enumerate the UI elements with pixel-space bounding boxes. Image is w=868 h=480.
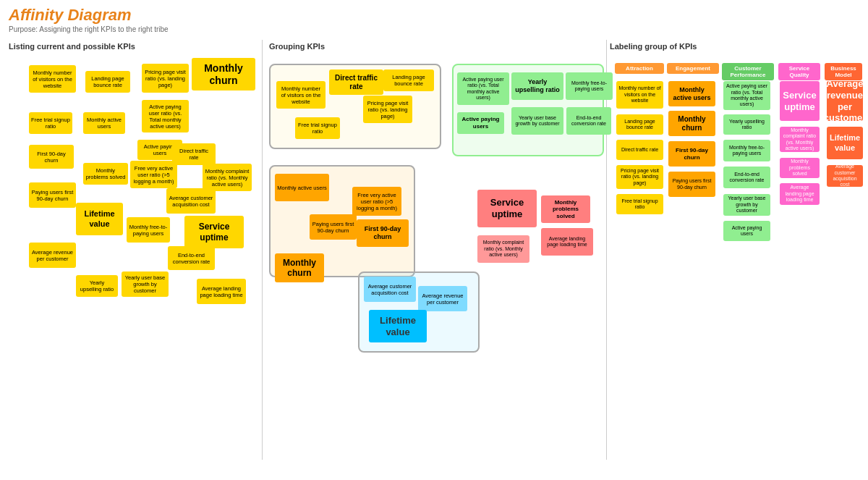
lab-monthly-visitors: Monthly number of visitors on the websit… — [616, 81, 663, 109]
kpi-monthly-problems-listing: Monthly problems solved — [83, 163, 128, 185]
kpi-first-90-listing: First 90-day churn — [29, 145, 74, 169]
lab-active-paying-cp: Active paying users — [723, 221, 770, 241]
r-monthly-problems: Monthly problems solved — [541, 195, 590, 223]
col-customer-perf: Customer Performance — [722, 63, 774, 80]
kpi-yearly-upselling-listing: Yearly upselling ratio — [76, 275, 118, 297]
kpi-monthly-visitors: Monthly number of visitors on the websit… — [29, 65, 76, 93]
r-service-uptime: Service uptime — [477, 190, 537, 227]
g-free-very-active: Free very active user ratio (>5 logging … — [352, 187, 401, 216]
g-paying-first90: Paying users first 90-day churn — [310, 214, 357, 240]
lab-first-90-eng: First 90-day churn — [668, 141, 715, 167]
r-active-paying-users: Active paying users — [457, 112, 504, 134]
lab-landing-time-sq: Average landing page loading time — [780, 183, 820, 205]
kpi-e2e-conversion-listing: End-to-end conversion rate — [168, 246, 215, 270]
kpi-free-to-paying-listing: Monthly free-to-paying users — [127, 217, 170, 243]
lab-yearly-upselling-cp: Yearly upselling ratio — [723, 114, 770, 135]
lab-monthly-free-cp: Monthly free-to-paying users — [723, 140, 770, 161]
g-landing-bounce: Landing page bounce rate — [383, 70, 434, 91]
page-title: Affinity Diagram — [9, 6, 132, 25]
lab-monthly-churn-eng: Monthly churn — [668, 111, 715, 136]
kpi-avg-cac-listing: Average customer acquisition cost — [166, 188, 216, 214]
lab-pricing-visit: Pricing page visit ratio (vs. landing pa… — [616, 165, 663, 189]
g-pricing-visit: Pricing page visit ratio (vs. landing pa… — [363, 96, 412, 123]
g-avg-revenue: Average revenue per customer — [418, 286, 467, 311]
kpi-monthly-churn-listing: Monthly churn — [192, 58, 255, 90]
g-monthly-churn: Monthly churn — [275, 253, 324, 282]
lab-direct-traffic: Direct traffic rate — [616, 140, 663, 160]
kpi-paying-first90-listing: Paying users first 90-day churn — [29, 182, 76, 208]
lab-landing-bounce: Landing page bounce rate — [616, 114, 663, 135]
lab-problems-sq: Monthly problems solved — [780, 158, 820, 178]
r-monthly-free-paying: Monthly free-to-paying users — [566, 72, 613, 100]
section-grouping-title: Grouping KPIs — [269, 42, 325, 51]
kpi-yearly-user-growth-listing: Yearly user base growth by customer — [122, 271, 169, 297]
kpi-landing-time-listing: Average landing page loading time — [197, 279, 246, 304]
g-direct-traffic: Direct traffic rate — [329, 70, 383, 95]
lab-e2e-conversion-cp: End-to-end conversion rate — [723, 167, 770, 188]
kpi-free-very-active-listing: Free very active user ratio (>5 logging … — [130, 161, 177, 188]
col-service-quality: Service Quality — [778, 63, 820, 80]
kpi-service-uptime-listing: Service uptime — [184, 216, 244, 248]
kpi-avg-revenue-listing: Average revenue per customer — [29, 243, 76, 268]
col-attraction: Attraction — [615, 63, 664, 74]
r-avg-landing-time: Average landing page loading time — [541, 228, 593, 256]
g-first-90-churn: First 90-day churn — [357, 219, 409, 247]
kpi-landing-bounce: Landing page bounce rate — [85, 71, 130, 93]
lab-paying-first90-eng: Paying users first 90-day churn — [668, 172, 715, 197]
r-active-paying-ratio: Active paying user ratio (vs. Total mont… — [457, 72, 509, 105]
kpi-lifetime-listing: Lifetime value — [76, 203, 123, 235]
col-engagement: Engagement — [667, 63, 719, 74]
g-free-trial: Free trial signup ratio — [295, 117, 340, 139]
lab-active-paying-ratio-cp: Active paying user ratio (vs. Total mont… — [723, 81, 770, 110]
kpi-free-trial: Free trial signup ratio — [29, 112, 72, 134]
g-monthly-active: Monthly active users — [275, 174, 329, 201]
lab-lifetime-bm: Lifetime value — [827, 127, 863, 159]
lab-monthly-active: Monthly active users — [668, 81, 715, 106]
g-avg-cac: Average customer acquisition cost — [364, 277, 416, 302]
lab-free-trial: Free trial signup ratio — [616, 194, 663, 214]
kpi-monthly-active-listing: Monthly active users — [83, 112, 125, 134]
section-listing-title: Listing current and possible KPIs — [9, 42, 135, 51]
divider-1 — [262, 40, 263, 460]
g-monthly-visitors: Monthly number of visitors on the websit… — [276, 81, 326, 109]
lab-avg-revenue-bm: Average revenue per customer — [827, 81, 863, 121]
kpi-pricing-visit: Pricing page visit ratio (vs. landing pa… — [142, 64, 189, 93]
r-complaint-ratio: Monthly complaint ratio (vs. Monthly act… — [477, 235, 529, 263]
kpi-active-paying-ratio: Active paying user ratio (vs. Total mont… — [142, 100, 189, 132]
kpi-complaint-ratio-listing: Monthly complaint ratio (vs. Monthly act… — [203, 164, 252, 191]
page-subtitle: Purpose: Assigning the right KPIs to the… — [9, 25, 169, 33]
lab-service-uptime-sq: Service uptime — [780, 81, 820, 121]
r-yearly-user-base: Yearly user base growth by customer — [511, 107, 563, 135]
r-end-to-end: End-to-end conversion rate — [566, 107, 611, 135]
section-labeling-title: Labeling group of KPIs — [610, 42, 697, 51]
divider-2 — [606, 40, 607, 460]
lab-avg-cac-bm: Average customer acquisition cost — [827, 165, 863, 187]
kpi-direct-traffic-listing: Direct traffic rate — [172, 143, 216, 165]
lab-complaint-sq: Monthly complaint ratio (vs. Monthly act… — [780, 127, 820, 152]
r-yearly-upselling: Yearly upselling ratio — [511, 72, 563, 100]
lab-yearly-user-base-cp: Yearly user base growth by customer — [723, 194, 770, 216]
g-lifetime-value: Lifetime value — [369, 310, 427, 342]
